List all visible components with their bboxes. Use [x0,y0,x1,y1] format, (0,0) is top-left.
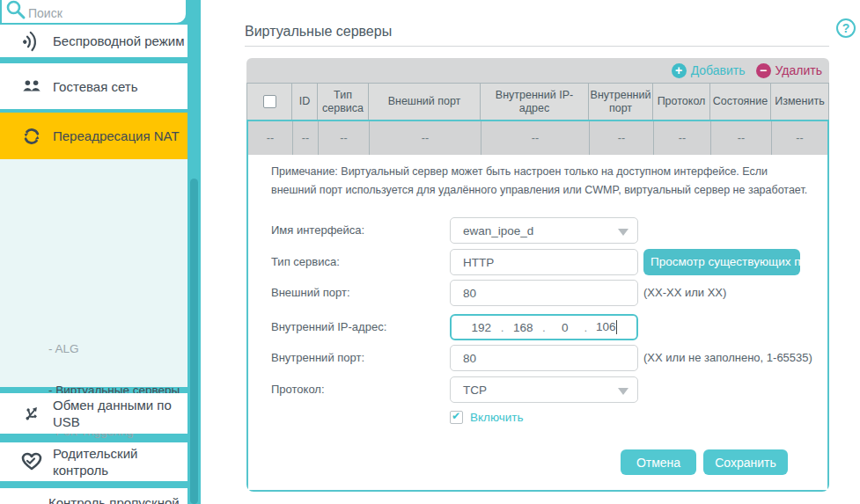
col-header-modify: Изменить [770,84,828,120]
chevron-down-icon [618,388,628,395]
interface-row: Имя интерфейса: ewan_ipoe_d [271,217,826,244]
view-existing-apps-button[interactable]: Просмотр существующих пр [643,249,800,275]
sidebar-item-label: Родительский контроль [53,445,167,478]
enable-checkbox[interactable] [450,411,463,424]
interface-select[interactable]: ewan_ipoe_d [450,217,638,244]
col-header-internal-port: Внутренний порт [588,84,652,120]
guest-network-icon [21,77,42,96]
col-header-service-type: Тип сервиса [317,84,368,120]
sidebar-item-bandwidth-control[interactable]: Контроль пропускной способности [0,488,187,504]
row-edit-container: -- -- -- -- -- -- -- -- -- Примечание: В… [246,120,829,492]
wifi-icon [21,32,42,51]
service-type-label: Тип сервиса: [271,249,340,275]
save-button[interactable]: Сохранить [703,449,788,475]
internal-port-input[interactable] [450,345,638,371]
sidebar: Беспроводной режим Гостевая сеть [0,0,201,504]
col-header-internal-ip: Внутренний IP-адрес [480,84,588,120]
internal-port-label: Внутренний порт: [271,345,364,371]
plus-icon: + [672,63,687,78]
interface-label: Имя интерфейса: [271,217,364,244]
sidebar-item-label: Гостевая сеть [53,78,137,95]
nat-refresh-icon [21,127,42,146]
service-type-input[interactable] [450,249,638,275]
help-icon[interactable]: ? [836,18,856,38]
text-cursor [616,320,617,334]
search-input[interactable] [28,6,178,20]
external-port-input[interactable] [450,280,638,306]
internal-port-row: Внутренний порт: (XX или не заполнено, 1… [271,345,826,371]
sidebar-item-label: Контроль пропускной способности [48,488,180,504]
sidebar-item-nat-forwarding[interactable]: Переадресация NAT [0,113,187,159]
sidebar-item-label: Беспроводной режим [53,33,184,49]
sidebar-subitem-alg[interactable]: - ALG [48,342,79,355]
sidebar-item-label: Переадресация NAT [53,128,180,144]
sidebar-item-guest-network[interactable]: Гостевая сеть [0,63,187,109]
usb-icon [21,404,42,423]
table-header-row: ID Тип сервиса Внешний порт Внутренний I… [246,83,829,120]
external-port-row: Внешний порт: (XX-XX или XX) [271,280,826,306]
enable-checkbox-row[interactable]: Включить [450,411,524,424]
enable-label: Включить [470,411,524,424]
sidebar-item-usb-sharing[interactable]: Обмен данными по USB [0,393,187,434]
sidebar-item-parental-control[interactable]: Родительский контроль [0,442,187,481]
col-header-id: ID [291,84,317,120]
internal-ip-label: Внутренний IP-адрес: [271,314,386,340]
sidebar-submenu-nat: - ALG - Виртуальные серверы - Port Trigg… [0,159,187,387]
edit-form-panel: Примечание: Виртуальный сервер может быт… [248,155,827,490]
note-text: Примечание: Виртуальный сервер может быт… [271,163,813,200]
protocol-select[interactable]: TCP [450,376,638,403]
col-header-status: Состояние [709,84,770,120]
internal-port-hint: (XX или не заполнено, 1-65535) [643,345,812,371]
internal-ip-row: Внутренний IP-адрес: 192 . 168 . 0 . 106 [271,314,826,340]
service-type-row: Тип сервиса: Просмотр существующих пр [271,249,826,275]
table-row: -- -- -- -- -- -- -- -- -- [248,121,827,155]
sidebar-scrollbar-thumb[interactable] [190,179,198,504]
router-admin-page: Беспроводной режим Гостевая сеть [0,0,860,504]
internal-ip-input[interactable]: 192 . 168 . 0 . 106 [450,314,638,340]
sidebar-search [0,0,187,25]
cancel-button[interactable]: Отмена [621,449,696,475]
col-header-protocol: Протокол [652,84,709,120]
title-divider [245,46,829,47]
minus-icon: − [756,63,771,78]
external-port-label: Внешний порт: [271,280,350,306]
sidebar-item-label: Обмен данными по USB [53,397,185,430]
protocol-label: Протокол: [271,376,325,403]
search-icon [5,0,26,20]
external-port-hint: (XX-XX или XX) [643,280,726,306]
protocol-row: Протокол: TCP [271,376,826,403]
select-all-checkbox[interactable] [263,95,276,108]
virtual-servers-table: + Добавить − Удалить ID Тип сервиса Внеш… [246,58,829,492]
page-title: Виртуальные серверы [245,24,392,40]
chevron-down-icon [618,229,628,236]
sidebar-item-wireless[interactable]: Беспроводной режим [0,25,187,57]
parental-control-icon [21,452,42,471]
delete-button[interactable]: − Удалить [756,63,822,78]
table-toolbar: + Добавить − Удалить [246,58,829,83]
col-header-external-port: Внешний порт [368,84,480,120]
add-button[interactable]: + Добавить [672,63,746,78]
